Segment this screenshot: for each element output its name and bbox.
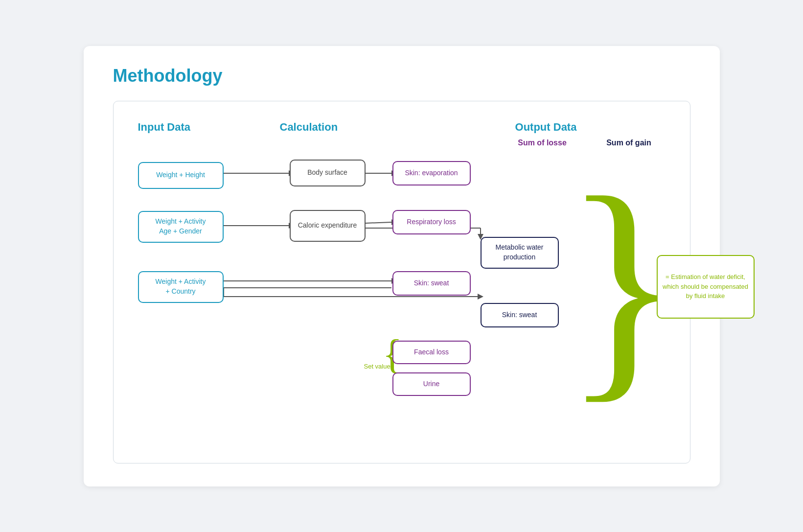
set-values-label: Set values	[364, 363, 394, 370]
header-input: Input Data	[138, 121, 246, 134]
diagram-container: Input Data Calculation Output Data Sum o…	[113, 101, 690, 463]
subheader-sum-gain: Sum of gain	[592, 139, 665, 147]
page-title: Methodology	[113, 66, 690, 86]
loss-box-skin-sweat: Skin: sweat	[392, 271, 471, 296]
svg-line-6	[366, 222, 391, 223]
input-box-3: Weight + Activity + Country	[138, 271, 224, 303]
estimation-box: = Estimation of water deficit, which sho…	[657, 255, 755, 319]
input-box-2: Weight + Activity Age + Gender	[138, 211, 224, 243]
loss-box-urine: Urine	[392, 372, 471, 396]
gain-box-skin-sweat: Skin: sweat	[481, 303, 559, 327]
subheader-sum-loss: Sum of losse	[506, 139, 579, 147]
page-container: Methodology Input Data Calculation Outpu…	[84, 46, 720, 486]
gain-box-metabolic: Metabolic water production	[481, 237, 559, 269]
input-box-1: Weight + Height	[138, 162, 224, 189]
loss-box-respiratory: Respiratory loss	[392, 210, 471, 234]
diagram-content: Weight + Height Body surface Skin: evapo…	[138, 160, 665, 443]
header-calculation: Calculation	[280, 121, 378, 134]
calc-box-2: Caloric expenditure	[290, 210, 366, 242]
loss-box-faecal: Faecal loss	[392, 341, 471, 364]
header-output: Output Data	[427, 121, 665, 134]
calc-box-1: Body surface	[290, 160, 366, 186]
svg-marker-16	[478, 294, 483, 300]
loss-box-skin-evaporation: Skin: evaporation	[392, 161, 471, 185]
